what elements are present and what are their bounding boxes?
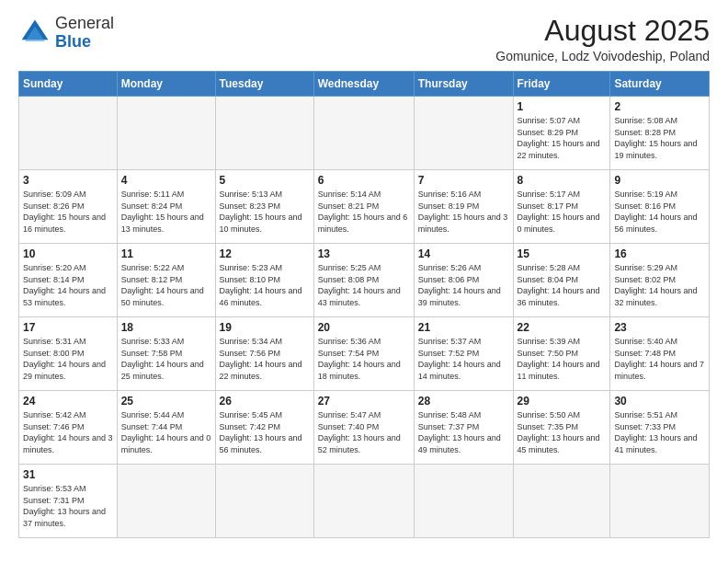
- calendar-cell: 20Sunrise: 5:36 AM Sunset: 7:54 PM Dayli…: [313, 317, 414, 391]
- day-number: 18: [121, 321, 211, 334]
- day-number: 11: [121, 247, 211, 260]
- calendar-cell: 16Sunrise: 5:29 AM Sunset: 8:02 PM Dayli…: [610, 244, 710, 317]
- day-info: Sunrise: 5:47 AM Sunset: 7:40 PM Dayligh…: [318, 409, 410, 455]
- day-number: 16: [614, 247, 705, 260]
- header-friday: Friday: [513, 72, 610, 97]
- calendar-cell: 8Sunrise: 5:17 AM Sunset: 8:17 PM Daylig…: [513, 170, 610, 244]
- calendar-cell: 21Sunrise: 5:37 AM Sunset: 7:52 PM Dayli…: [414, 317, 513, 391]
- weekday-header-row: Sunday Monday Tuesday Wednesday Thursday…: [19, 72, 710, 97]
- day-info: Sunrise: 5:29 AM Sunset: 8:02 PM Dayligh…: [614, 262, 705, 308]
- calendar-cell: [117, 465, 215, 538]
- calendar-cell: [19, 97, 118, 170]
- calendar-cell: [215, 465, 313, 538]
- calendar-page: General Blue August 2025 Gomunice, Lodz …: [0, 0, 728, 563]
- calendar-cell: [610, 465, 710, 538]
- day-number: 4: [121, 174, 211, 187]
- day-number: 25: [121, 395, 211, 408]
- day-number: 13: [318, 247, 410, 260]
- day-info: Sunrise: 5:23 AM Sunset: 8:10 PM Dayligh…: [220, 262, 310, 308]
- calendar-cell: 3Sunrise: 5:09 AM Sunset: 8:26 PM Daylig…: [19, 170, 118, 244]
- header-saturday: Saturday: [610, 72, 710, 97]
- calendar-cell: 13Sunrise: 5:25 AM Sunset: 8:08 PM Dayli…: [313, 244, 414, 317]
- calendar-table: Sunday Monday Tuesday Wednesday Thursday…: [18, 71, 710, 538]
- day-info: Sunrise: 5:50 AM Sunset: 7:35 PM Dayligh…: [518, 409, 607, 455]
- calendar-cell: 28Sunrise: 5:48 AM Sunset: 7:37 PM Dayli…: [414, 391, 513, 465]
- day-info: Sunrise: 5:07 AM Sunset: 8:29 PM Dayligh…: [518, 115, 607, 161]
- subtitle: Gomunice, Lodz Voivodeship, Poland: [495, 49, 710, 63]
- calendar-header: Sunday Monday Tuesday Wednesday Thursday…: [19, 72, 710, 97]
- day-number: 27: [318, 395, 410, 408]
- calendar-cell: 19Sunrise: 5:34 AM Sunset: 7:56 PM Dayli…: [215, 317, 313, 391]
- calendar-cell: 11Sunrise: 5:22 AM Sunset: 8:12 PM Dayli…: [117, 244, 215, 317]
- day-number: 15: [518, 247, 607, 260]
- logo: General Blue: [18, 15, 114, 52]
- day-info: Sunrise: 5:13 AM Sunset: 8:23 PM Dayligh…: [220, 189, 310, 235]
- calendar-cell: 30Sunrise: 5:51 AM Sunset: 7:33 PM Dayli…: [610, 391, 710, 465]
- header-tuesday: Tuesday: [215, 72, 313, 97]
- calendar-cell: [414, 465, 513, 538]
- calendar-cell: [414, 97, 513, 170]
- main-title: August 2025: [495, 15, 710, 47]
- calendar-cell: 25Sunrise: 5:44 AM Sunset: 7:44 PM Dayli…: [117, 391, 215, 465]
- day-number: 5: [220, 174, 310, 187]
- day-info: Sunrise: 5:26 AM Sunset: 8:06 PM Dayligh…: [418, 262, 509, 308]
- day-info: Sunrise: 5:39 AM Sunset: 7:50 PM Dayligh…: [518, 336, 607, 382]
- day-number: 23: [614, 321, 705, 334]
- calendar-cell: 1Sunrise: 5:07 AM Sunset: 8:29 PM Daylig…: [513, 97, 610, 170]
- calendar-cell: [313, 465, 414, 538]
- logo-icon: [18, 17, 51, 50]
- header-wednesday: Wednesday: [313, 72, 414, 97]
- day-number: 26: [220, 395, 310, 408]
- day-number: 19: [220, 321, 310, 334]
- day-number: 28: [418, 395, 509, 408]
- header-monday: Monday: [117, 72, 215, 97]
- calendar-cell: 23Sunrise: 5:40 AM Sunset: 7:48 PM Dayli…: [610, 317, 710, 391]
- day-info: Sunrise: 5:44 AM Sunset: 7:44 PM Dayligh…: [121, 409, 211, 455]
- calendar-cell: [313, 97, 414, 170]
- day-number: 2: [614, 100, 705, 113]
- calendar-cell: 4Sunrise: 5:11 AM Sunset: 8:24 PM Daylig…: [117, 170, 215, 244]
- header-thursday: Thursday: [414, 72, 513, 97]
- logo-general-text: General: [55, 15, 114, 33]
- calendar-cell: 22Sunrise: 5:39 AM Sunset: 7:50 PM Dayli…: [513, 317, 610, 391]
- day-info: Sunrise: 5:34 AM Sunset: 7:56 PM Dayligh…: [220, 336, 310, 382]
- calendar-cell: 27Sunrise: 5:47 AM Sunset: 7:40 PM Dayli…: [313, 391, 414, 465]
- calendar-cell: 10Sunrise: 5:20 AM Sunset: 8:14 PM Dayli…: [19, 244, 118, 317]
- day-info: Sunrise: 5:37 AM Sunset: 7:52 PM Dayligh…: [418, 336, 509, 382]
- header-sunday: Sunday: [19, 72, 118, 97]
- calendar-cell: 7Sunrise: 5:16 AM Sunset: 8:19 PM Daylig…: [414, 170, 513, 244]
- day-info: Sunrise: 5:45 AM Sunset: 7:42 PM Dayligh…: [220, 409, 310, 455]
- calendar-cell: 2Sunrise: 5:08 AM Sunset: 8:28 PM Daylig…: [610, 97, 710, 170]
- calendar-cell: [117, 97, 215, 170]
- day-number: 3: [23, 174, 113, 187]
- day-info: Sunrise: 5:31 AM Sunset: 8:00 PM Dayligh…: [23, 336, 113, 382]
- day-info: Sunrise: 5:14 AM Sunset: 8:21 PM Dayligh…: [318, 189, 410, 235]
- day-info: Sunrise: 5:53 AM Sunset: 7:31 PM Dayligh…: [23, 483, 113, 529]
- calendar-cell: 15Sunrise: 5:28 AM Sunset: 8:04 PM Dayli…: [513, 244, 610, 317]
- day-number: 1: [518, 100, 607, 113]
- day-number: 22: [518, 321, 607, 334]
- day-info: Sunrise: 5:17 AM Sunset: 8:17 PM Dayligh…: [518, 189, 607, 235]
- calendar-cell: 9Sunrise: 5:19 AM Sunset: 8:16 PM Daylig…: [610, 170, 710, 244]
- calendar-cell: 5Sunrise: 5:13 AM Sunset: 8:23 PM Daylig…: [215, 170, 313, 244]
- day-info: Sunrise: 5:42 AM Sunset: 7:46 PM Dayligh…: [23, 409, 113, 455]
- day-info: Sunrise: 5:33 AM Sunset: 7:58 PM Dayligh…: [121, 336, 211, 382]
- day-info: Sunrise: 5:08 AM Sunset: 8:28 PM Dayligh…: [614, 115, 705, 161]
- calendar-cell: 6Sunrise: 5:14 AM Sunset: 8:21 PM Daylig…: [313, 170, 414, 244]
- day-info: Sunrise: 5:51 AM Sunset: 7:33 PM Dayligh…: [614, 409, 705, 455]
- calendar-cell: 18Sunrise: 5:33 AM Sunset: 7:58 PM Dayli…: [117, 317, 215, 391]
- day-number: 29: [518, 395, 607, 408]
- day-number: 17: [23, 321, 113, 334]
- day-info: Sunrise: 5:19 AM Sunset: 8:16 PM Dayligh…: [614, 189, 705, 235]
- calendar-cell: 17Sunrise: 5:31 AM Sunset: 8:00 PM Dayli…: [19, 317, 118, 391]
- calendar-cell: [215, 97, 313, 170]
- day-number: 21: [418, 321, 509, 334]
- day-number: 20: [318, 321, 410, 334]
- day-info: Sunrise: 5:22 AM Sunset: 8:12 PM Dayligh…: [121, 262, 211, 308]
- calendar-cell: [513, 465, 610, 538]
- day-number: 30: [614, 395, 705, 408]
- day-number: 31: [23, 468, 113, 481]
- day-info: Sunrise: 5:20 AM Sunset: 8:14 PM Dayligh…: [23, 262, 113, 308]
- day-info: Sunrise: 5:36 AM Sunset: 7:54 PM Dayligh…: [318, 336, 410, 382]
- day-info: Sunrise: 5:09 AM Sunset: 8:26 PM Dayligh…: [23, 189, 113, 235]
